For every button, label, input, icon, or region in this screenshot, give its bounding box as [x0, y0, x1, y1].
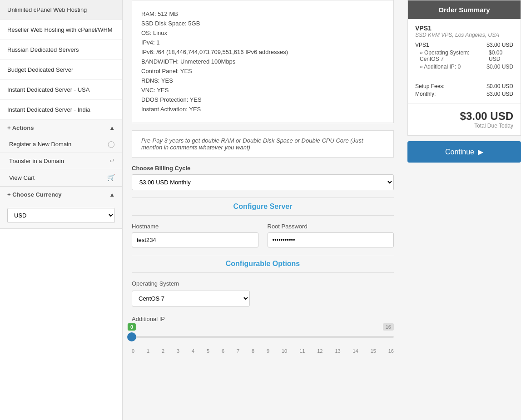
nav-item-instant-india[interactable]: Instant Dedicated Server - India — [0, 100, 122, 120]
os-group: Operating System CentOS 7 Ubuntu 18.04 D… — [132, 280, 394, 306]
summary-product: VPS1 SSD KVM VPS, Los Angeles, USA VPS1 … — [408, 19, 521, 77]
billing-cycle-label: Choose Billing Cycle — [132, 165, 394, 172]
continue-button[interactable]: Continue ▶ — [407, 141, 521, 163]
hostname-group: Hostname — [132, 223, 258, 247]
actions-section-header[interactable]: + Actions ▲ — [0, 120, 122, 136]
chevron-up-icon-currency: ▲ — [109, 191, 115, 198]
configure-server-form: Hostname Root Password — [132, 223, 394, 247]
spec-bandwidth: BANDWIDTH: Unmetered 100Mbps — [141, 58, 384, 65]
chevron-up-icon: ▲ — [109, 124, 115, 131]
summary-monthly: Monthly: $3.00 USD — [415, 91, 513, 97]
spec-ipv6: IPv6: /64 (18,446,744,073,709,551,616 IP… — [141, 49, 384, 55]
total-amount: $3.00 USD — [415, 110, 513, 123]
cart-icon: 🛒 — [107, 174, 115, 181]
transfer-domain-action[interactable]: Transfer in a Domain ↵ — [0, 153, 122, 169]
additional-ip-label: Additional IP — [132, 316, 394, 322]
spec-disk: SSD Disk Space: 5GB — [141, 20, 384, 27]
spec-vnc: VNC: YES — [141, 87, 384, 94]
spec-ddos: DDOS Protection: YES — [141, 96, 384, 103]
configure-server-title: Configure Server — [132, 198, 394, 216]
summary-setup-fees: Setup Fees: $0.00 USD — [415, 83, 513, 89]
slider-badge-right: 16 — [383, 323, 394, 331]
password-group: Root Password — [268, 223, 394, 247]
nav-item-russian[interactable]: Russian Dedicated Servers — [0, 40, 122, 60]
actions-section: + Actions ▲ Register a New Domain ◯ Tran… — [0, 120, 122, 187]
slider-badge-left: 0 — [128, 323, 136, 331]
view-cart-action[interactable]: View Cart 🛒 — [0, 169, 122, 186]
main-content: RAM: 512 MB SSD Disk Space: 5GB OS: Linu… — [123, 0, 403, 420]
nav-item-instant-usa[interactable]: Instant Dedicated Server - USA — [0, 80, 122, 100]
nav-item-reseller[interactable]: Reseller Web Hosting with cPanel/WHM — [0, 20, 122, 40]
configurable-options-title: Configurable Options — [132, 255, 394, 273]
chevron-right-icon: ▶ — [478, 148, 483, 156]
note-box: Pre-Pay 3 years to get double RAM or Dou… — [132, 130, 394, 158]
configurable-options: Operating System CentOS 7 Ubuntu 18.04 D… — [132, 280, 394, 354]
spec-rdns: RDNS: YES — [141, 77, 384, 84]
spec-ipv4: IPv4: 1 — [141, 39, 384, 46]
register-domain-action[interactable]: Register a New Domain ◯ — [0, 136, 122, 153]
summary-product-name: VPS1 — [415, 25, 513, 32]
password-input[interactable] — [268, 232, 394, 247]
right-panel: Order Summary VPS1 SSD KVM VPS, Los Ange… — [403, 0, 521, 420]
summary-line-ip: » Additional IP: 0 $0.00 USD — [415, 64, 513, 70]
ip-slider-container: 0 16 0 1 2 3 4 5 — [132, 336, 394, 354]
slider-track: 0 16 — [132, 336, 394, 338]
sidebar: Unlimited cPanel Web Hosting Reseller We… — [0, 0, 123, 420]
slider-labels: 0 1 2 3 4 5 6 7 8 9 10 11 12 13 — [132, 348, 394, 354]
currency-select-container: USD EUR GBP — [0, 203, 122, 228]
password-label: Root Password — [268, 223, 394, 230]
billing-cycle-section: Choose Billing Cycle $3.00 USD Monthly $… — [132, 165, 394, 190]
nav-item-unlimited[interactable]: Unlimited cPanel Web Hosting — [0, 0, 122, 20]
currency-select[interactable]: USD EUR GBP — [7, 208, 115, 223]
hostname-input[interactable] — [132, 232, 258, 247]
spec-instant: Instant Activation: YES — [141, 106, 384, 113]
share-icon: ↵ — [109, 157, 115, 164]
globe-icon: ◯ — [108, 140, 115, 148]
spec-control-panel: Control Panel: YES — [141, 68, 384, 74]
total-label: Total Due Today — [415, 123, 513, 129]
summary-line-os: » Operating System: CentOS 7 $0.00 USD — [415, 49, 513, 62]
additional-ip-group: Additional IP 0 16 0 — [132, 316, 394, 354]
summary-line-vps: VPS1 $3.00 USD — [415, 42, 513, 48]
nav-item-budget[interactable]: Budget Dedicated Server — [0, 60, 122, 80]
summary-product-sub: SSD KVM VPS, Los Angeles, USA — [415, 32, 513, 38]
os-label: Operating System — [132, 280, 394, 287]
order-summary-box: Order Summary VPS1 SSD KVM VPS, Los Ange… — [407, 0, 521, 136]
order-summary-header: Order Summary — [408, 0, 521, 19]
billing-cycle-select[interactable]: $3.00 USD Monthly $9.00 USD Quarterly $3… — [132, 174, 394, 190]
spec-ram: RAM: 512 MB — [141, 10, 384, 17]
spec-os: OS: Linux — [141, 30, 384, 36]
os-select[interactable]: CentOS 7 Ubuntu 18.04 Debian 9 — [132, 291, 250, 306]
summary-total: $3.00 USD Total Due Today — [408, 104, 521, 135]
hostname-label: Hostname — [132, 223, 258, 230]
currency-section: + Choose Currency ▲ USD EUR GBP — [0, 187, 122, 229]
specs-box: RAM: 512 MB SSD Disk Space: 5GB OS: Linu… — [132, 0, 394, 123]
summary-fees: Setup Fees: $0.00 USD Monthly: $3.00 USD — [408, 77, 521, 104]
currency-section-header[interactable]: + Choose Currency ▲ — [0, 187, 122, 203]
